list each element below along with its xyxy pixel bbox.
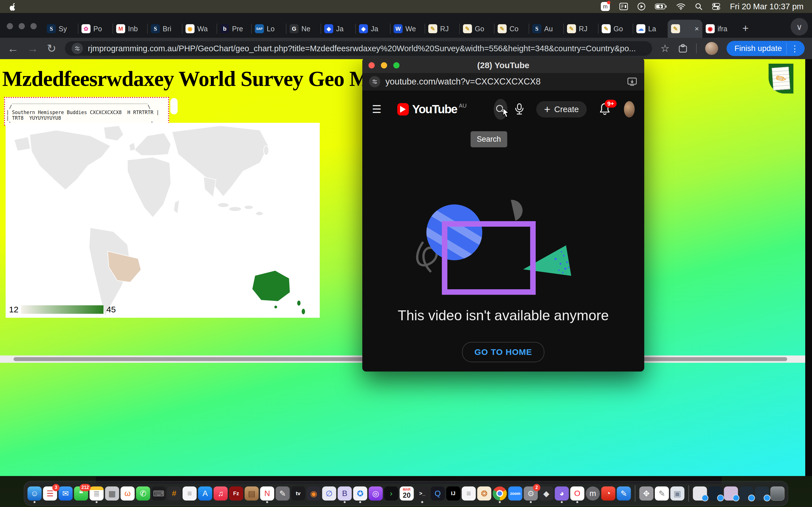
- youtube-wordmark[interactable]: YouTube: [412, 103, 457, 116]
- browser-tab[interactable]: b Pre: [217, 20, 252, 38]
- dock-app-icon[interactable]: [755, 487, 769, 501]
- dock-app-icon[interactable]: ⌨: [152, 487, 166, 501]
- dock-app-icon[interactable]: ◉: [307, 487, 321, 501]
- control-center-icon[interactable]: [712, 3, 720, 10]
- dock-app-icon[interactable]: ›: [384, 487, 398, 501]
- create-button[interactable]: + Create: [536, 101, 587, 117]
- keystroke-viewer-icon[interactable]: [619, 3, 628, 10]
- browser-tab[interactable]: ☁ La: [633, 20, 668, 38]
- dock-app-icon[interactable]: ≣: [90, 487, 104, 501]
- dock-app-icon[interactable]: ✎: [655, 487, 669, 501]
- browser-menu-icon[interactable]: ⋮: [786, 43, 801, 55]
- dock-app-icon[interactable]: 2 ⚙: [524, 487, 538, 501]
- zoom-window-icon[interactable]: [31, 23, 37, 29]
- apple-logo-icon[interactable]: [8, 2, 16, 11]
- address-bar[interactable]: rjmprogramming.com.au/PHP/GeoChart/geo_c…: [65, 41, 652, 56]
- youtube-logo-icon[interactable]: [397, 103, 409, 115]
- window-controls[interactable]: [7, 23, 37, 29]
- dock-app-icon[interactable]: N: [260, 487, 274, 501]
- search-button[interactable]: [494, 99, 507, 120]
- account-avatar[interactable]: [624, 101, 635, 117]
- forward-button[interactable]: →: [27, 42, 38, 55]
- dock-app-icon[interactable]: ◎: [369, 487, 383, 501]
- dock-app-icon[interactable]: ≡: [183, 487, 197, 501]
- browser-tab[interactable]: ✎ RJ: [564, 20, 598, 38]
- dock-app-icon[interactable]: Q: [431, 487, 445, 501]
- dock-app-icon[interactable]: ▦: [105, 487, 119, 501]
- bookmark-star-icon[interactable]: ☆: [661, 43, 670, 54]
- dock-app-icon[interactable]: ✥: [640, 487, 654, 501]
- browser-tab[interactable]: S Sy: [43, 20, 78, 38]
- popup-title-bar[interactable]: (28) YouTube: [362, 58, 644, 73]
- dock-app-icon[interactable]: ✆: [136, 487, 150, 501]
- notifications-button[interactable]: 9+: [599, 103, 611, 116]
- open-in-browser-icon[interactable]: [627, 77, 638, 86]
- wifi-icon[interactable]: [676, 3, 686, 10]
- browser-tab[interactable]: G Ne: [286, 20, 321, 38]
- site-settings-icon[interactable]: [71, 43, 83, 54]
- dock-app-icon[interactable]: [635, 485, 636, 502]
- browser-tab[interactable]: SAP Lo: [252, 20, 286, 38]
- new-tab-button[interactable]: +: [738, 20, 753, 36]
- popup-url-text[interactable]: youtube.com/watch?v=CXCXCXCXCX8: [386, 76, 541, 87]
- textarea-scrollbar[interactable]: [170, 98, 177, 114]
- profile-avatar[interactable]: [705, 42, 718, 55]
- tab-close-icon[interactable]: ×: [695, 24, 699, 33]
- back-button[interactable]: ←: [7, 42, 18, 55]
- dock-app-icon[interactable]: [724, 487, 738, 501]
- dock-app-icon[interactable]: O: [570, 487, 585, 501]
- battery-charging-icon[interactable]: [655, 3, 667, 10]
- browser-tab[interactable]: ◆ Ja: [321, 20, 356, 38]
- dock-app-icon[interactable]: ◔: [601, 487, 615, 501]
- dock-app-icon[interactable]: #: [167, 487, 181, 501]
- dock-app-icon[interactable]: ∅: [322, 487, 336, 501]
- go-to-home-button[interactable]: GO TO HOME: [462, 342, 545, 362]
- dock-app-icon[interactable]: MAR 20: [400, 487, 414, 501]
- dock-app-icon[interactable]: ✪: [353, 487, 367, 501]
- youtube-popup-window[interactable]: (28) YouTube youtube.com/watch?v=CXCXCXC…: [362, 58, 644, 372]
- dock-app-icon[interactable]: ✉: [59, 487, 73, 501]
- close-window-icon[interactable]: [368, 62, 375, 68]
- browser-tab[interactable]: S Bri: [147, 20, 182, 38]
- dock-app-icon[interactable]: Fz: [229, 487, 243, 501]
- finish-update-button[interactable]: Finish update ⋮: [726, 41, 805, 56]
- browser-tab[interactable]: ◉ Wa: [182, 20, 217, 38]
- dock-app-icon[interactable]: ▤: [245, 487, 259, 501]
- dock-app-icon[interactable]: 3 ☰: [43, 487, 57, 501]
- dock-app-icon[interactable]: >_: [415, 487, 429, 501]
- browser-tab[interactable]: ✎ Co: [494, 20, 529, 38]
- zoom-window-icon[interactable]: [393, 62, 400, 68]
- browser-tab[interactable]: ✎ Go: [598, 20, 633, 38]
- dock-app-icon[interactable]: 212 ❝: [74, 487, 88, 501]
- minimize-window-icon[interactable]: [381, 62, 387, 68]
- reload-button[interactable]: ↻: [47, 42, 56, 55]
- hamburger-menu-icon[interactable]: ☰: [372, 103, 382, 115]
- browser-tab[interactable]: ◉ ifra: [702, 20, 737, 38]
- corner-notepad-icon[interactable]: ✎: [769, 64, 794, 94]
- browser-tab[interactable]: ✎ RJ: [425, 20, 460, 38]
- dock-app-icon[interactable]: ≡: [462, 487, 476, 501]
- dock-app-icon[interactable]: tv: [291, 487, 305, 501]
- dock-app-icon[interactable]: B: [338, 487, 352, 501]
- dock-app-icon[interactable]: ◕: [555, 487, 569, 501]
- voice-search-icon[interactable]: [514, 103, 525, 115]
- browser-tab[interactable]: S Au: [529, 20, 564, 38]
- menu-bar-clock[interactable]: Fri 20 Mar 10:37 pm: [730, 2, 804, 11]
- browser-tab[interactable]: ✎ Go: [460, 20, 494, 38]
- dock-app-icon[interactable]: [693, 487, 707, 501]
- dock-app-icon[interactable]: ✎: [276, 487, 290, 501]
- dock-app-icon[interactable]: [689, 485, 689, 502]
- dock-app-icon[interactable]: [493, 487, 507, 501]
- tab-search-button[interactable]: ∨: [791, 18, 808, 36]
- dock-app-icon[interactable]: [770, 487, 784, 501]
- browser-tab[interactable]: ◆ Ja: [356, 20, 390, 38]
- dock-app-icon[interactable]: [740, 487, 754, 501]
- dock-app-icon[interactable]: ♫: [214, 487, 228, 501]
- dock-app-icon[interactable]: zoom: [508, 487, 522, 501]
- play-icon[interactable]: [638, 3, 645, 10]
- dock-app-icon[interactable]: m: [586, 487, 600, 501]
- spotlight-search-icon[interactable]: [695, 3, 702, 10]
- dock-app-icon[interactable]: ✎: [617, 487, 631, 501]
- dock-app-icon[interactable]: ▣: [670, 487, 684, 501]
- browser-tab[interactable]: ✿ Po: [78, 20, 113, 38]
